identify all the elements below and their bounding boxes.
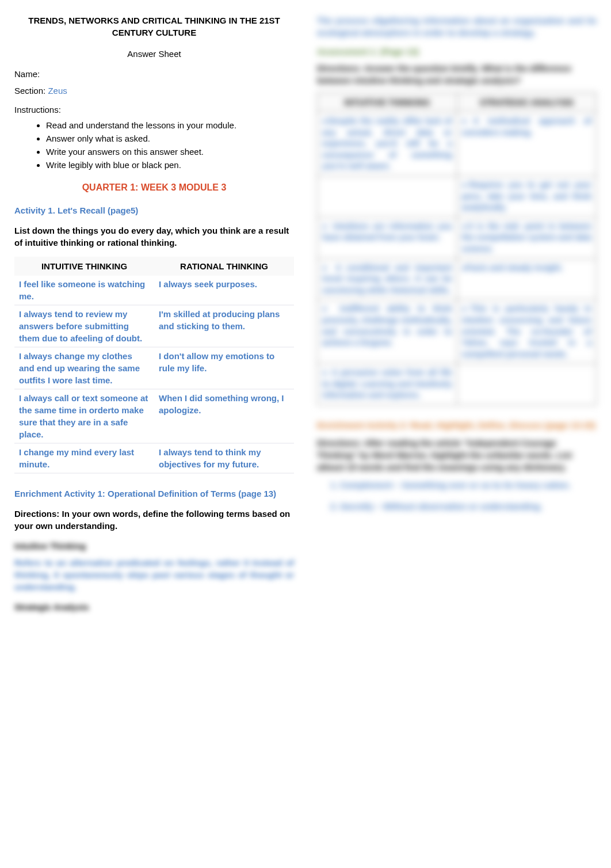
table-row: I feel like someone is watching me. I al… (14, 276, 294, 305)
enrichment2-directions: Directions: After reading the article "I… (317, 437, 597, 473)
blurred-content: The process ofgathering information abou… (317, 14, 597, 512)
section-label: Section: (14, 86, 45, 96)
cell-rational: When I did something wrong, I apologize. (154, 389, 294, 443)
definition-item: Secretly – Without observation or unders… (340, 500, 597, 512)
cell-left: ●Despite the reality ofthe lack of any a… (318, 112, 457, 176)
cell-left: ● A conditional and important trend insp… (318, 258, 457, 300)
cell-rational: I don't allow my emotions to rule my lif… (154, 347, 294, 389)
name-label: Name: (14, 69, 40, 79)
cell-right: ●This is particularly handy in intuition… (457, 300, 597, 364)
section-value: Zeus (48, 86, 67, 96)
instructions-label: Instructions: (14, 104, 294, 116)
cell-right: ●Facts and steady insight. (457, 258, 597, 300)
activity1-directions: List down the things you do every day, w… (14, 224, 294, 249)
term-title: Strategic Analysis (14, 601, 294, 613)
blurred-content: Intuitive Thinking Refers to an alternat… (14, 540, 294, 613)
enrichment1-heading: Enrichment Activity 1: Operational Defin… (14, 488, 294, 500)
definition-item: Complement – Something over or so to its… (340, 479, 597, 491)
cell-left (318, 176, 457, 217)
activity1-table: INTUITIVE THINKING RATIONAL THINKING I f… (14, 257, 294, 474)
cell-rational: I'm skilled at producing plans and stick… (154, 305, 294, 347)
table-row: I always call or text someone at the sam… (14, 389, 294, 443)
table-row: ●Despite the reality ofthe lack of any a… (318, 112, 597, 176)
enrichment1-directions: Directions: In your own words, define th… (14, 508, 294, 532)
cell-left: ● A pervasive solon from all life to dig… (318, 364, 457, 405)
cell-right: ●Requires you to get out your pens, take… (457, 176, 597, 217)
section-field: Section: Zeus (14, 85, 294, 97)
cell-right: ●A methodical approach of considers maki… (457, 112, 597, 176)
assessment1-col2-header: STRATEGIC ANALYSIS (457, 93, 597, 112)
document-title: TRENDS, NETWORKS AND CRITICAL THINKING I… (14, 14, 294, 39)
cell-left: ● Intuitions are information you have ob… (318, 217, 457, 258)
document-subtitle: Answer Sheet (14, 48, 294, 60)
cell-intuitive: I always tend to review my answers befor… (14, 305, 154, 347)
left-column: TRENDS, NETWORKS AND CRITICAL THINKING I… (14, 14, 294, 618)
definition-list: Complement – Something over or so to its… (340, 479, 597, 512)
assessment1-table: INTUITIVE THINKING STRATEGIC ANALYSIS ●D… (317, 92, 597, 405)
name-field: Name: (14, 68, 294, 80)
table-row: ● A conditional and important trend insp… (318, 258, 597, 300)
instruction-item: Write legibly with blue or black pen. (46, 159, 294, 171)
instruction-item: Write your answers on this answer sheet. (46, 146, 294, 158)
table-row: ● Intuitions are information you have ob… (318, 217, 597, 258)
cell-right: ●It is the mid- point in between the com… (457, 217, 597, 258)
activity1-heading: Activity 1. Let's Recall (page5) (14, 204, 294, 216)
assessment1-col1-header: INTUITIVE THINKING (318, 93, 457, 112)
table-row: ● Indifferent ability to think precisely… (318, 300, 597, 364)
assessment1-directions: Directions: Answer the question briefly.… (317, 62, 597, 86)
table-row: I change my mind every last minute. I al… (14, 443, 294, 473)
cell-rational: I always seek purposes. (154, 276, 294, 305)
cell-intuitive: I always call or text someone at the sam… (14, 389, 154, 443)
cell-intuitive: I feel like someone is watching me. (14, 276, 154, 305)
right-column: The process ofgathering information abou… (317, 14, 597, 618)
instruction-item: Read and understand the lessons in your … (46, 119, 294, 131)
term-body: Refers to an alternative predicated on f… (14, 557, 294, 593)
assessment1-heading: Assessment 1: (Page 13) (317, 45, 597, 58)
enrichment2-heading: Enrichment Activity 2: Read, Highlight, … (317, 419, 597, 431)
term-body: The process ofgathering information abou… (317, 14, 597, 39)
quarter-heading: QUARTER 1: WEEK 3 MODULE 3 (14, 181, 294, 194)
cell-right (457, 364, 597, 405)
activity1-col1-header: INTUITIVE THINKING (14, 257, 154, 276)
table-row: ● A pervasive solon from all life to dig… (318, 364, 597, 405)
table-row: I always tend to review my answers befor… (14, 305, 294, 347)
table-row: I always change my clothes and end up we… (14, 347, 294, 389)
cell-intuitive: I always change my clothes and end up we… (14, 347, 154, 389)
instruction-item: Answer only what is asked. (46, 132, 294, 144)
term-title: Intuitive Thinking (14, 540, 294, 552)
cell-rational: I always tend to think my objectives for… (154, 443, 294, 473)
table-row: ●Requires you to get out your pens, take… (318, 176, 597, 217)
activity1-col2-header: RATIONAL THINKING (154, 257, 294, 276)
instructions-list: Read and understand the lessons in your … (46, 119, 294, 171)
cell-left: ● Indifferent ability to think precisely… (318, 300, 457, 364)
cell-intuitive: I change my mind every last minute. (14, 443, 154, 473)
